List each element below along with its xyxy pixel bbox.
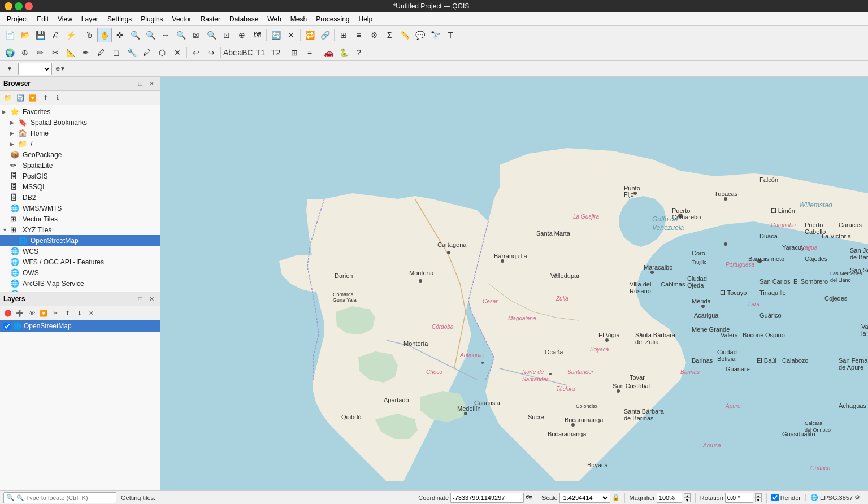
layer-checkbox[interactable] [3, 323, 11, 330]
browser-item-4[interactable]: 📦GeoPackage [0, 149, 160, 160]
select-features-button[interactable]: ▼ [2, 62, 17, 76]
browser-item-5[interactable]: ✏SpatiaLite [0, 160, 160, 171]
settings-button[interactable]: ⚙ [367, 28, 381, 42]
maximize-button[interactable] [15, 2, 23, 10]
info-button[interactable]: ≡ [351, 28, 366, 42]
menu-item-settings[interactable]: Settings [103, 14, 136, 24]
zoom-in-button[interactable]: 🔍 [128, 28, 142, 42]
selection-action-button[interactable]: ⊕▼ [53, 62, 68, 76]
identify-button[interactable]: ⊞ [336, 28, 351, 42]
browser-item-10[interactable]: ⊞Vector Tiles [0, 214, 160, 224]
cancel-render-button[interactable]: ✕ [284, 28, 298, 42]
refresh-button[interactable]: 🔄 [268, 28, 283, 42]
layer-delete-button[interactable]: ✕ [85, 307, 97, 319]
browser-item-14[interactable]: 🌐WFS / OGC API - Features [0, 257, 160, 267]
browser-item-11[interactable]: ▼⊞XYZ Tiles [0, 224, 160, 235]
browser-collapse-button[interactable]: ⬆ [40, 92, 51, 103]
rotate-button[interactable]: ◻ [109, 45, 124, 60]
browser-add-button[interactable]: 📁 [2, 92, 14, 103]
browser-item-6[interactable]: 🗄PostGIS [0, 171, 160, 181]
menu-item-layer[interactable]: Layer [77, 14, 103, 24]
browser-dock-button[interactable]: □ [135, 79, 145, 89]
menu-item-raster[interactable]: Raster [196, 14, 225, 24]
locate-search[interactable]: 🔍 [3, 492, 116, 503]
zoom-out-button[interactable]: 🔍 [143, 28, 158, 42]
browser-item-0[interactable]: ▶⭐Favorites [0, 106, 160, 117]
diagram-button[interactable]: ⊞ [287, 45, 302, 60]
label2-button[interactable]: aBC [238, 45, 253, 60]
minimize-button[interactable] [5, 2, 12, 10]
browser-item-17[interactable]: 🌐ArcGIS Feature Service [0, 289, 160, 292]
menu-item-vector[interactable]: Vector [168, 14, 196, 24]
menu-item-project[interactable]: Project [2, 14, 32, 24]
revert-button[interactable]: ⚡ [63, 28, 78, 42]
locate-input[interactable] [16, 494, 114, 501]
pan-map-button[interactable]: ✜ [112, 28, 127, 42]
layer-up-button[interactable]: ⬆ [62, 307, 73, 319]
render-checkbox[interactable] [771, 494, 779, 501]
new-project-button[interactable]: 📄 [2, 28, 17, 42]
zoom-rubber-button[interactable]: ↔ [158, 28, 173, 42]
digitize-button[interactable]: 🌍 [2, 45, 17, 60]
label1-button[interactable]: Abc [223, 45, 237, 60]
stats-button[interactable]: Σ [382, 28, 397, 42]
browser-item-15[interactable]: 🌐OWS [0, 267, 160, 278]
delete-button[interactable]: ✕ [170, 45, 185, 60]
layers-close-button[interactable]: ✕ [146, 294, 157, 304]
openstreetmap-button[interactable]: 🚗 [321, 45, 336, 60]
edit-button[interactable]: ✏ [33, 45, 47, 60]
layer-filter-button[interactable]: 🔽 [38, 307, 49, 319]
browser-item-9[interactable]: 🌐WMS/WMTS [0, 203, 160, 214]
pin-label-button[interactable]: T1 [253, 45, 268, 60]
selection-combo[interactable] [18, 63, 52, 75]
menu-item-web[interactable]: Web [263, 14, 285, 24]
undo-button[interactable]: ↩ [189, 45, 203, 60]
menu-item-edit[interactable]: Edit [32, 14, 53, 24]
save-project-button[interactable]: 💾 [33, 28, 47, 42]
zoom-full-button[interactable]: 🔍 [173, 28, 188, 42]
move-label-button[interactable]: T2 [268, 45, 283, 60]
help-button[interactable]: 🔭 [428, 28, 442, 42]
map-area[interactable]: Barranquilla Cartagena Santa Marta Monte… [160, 77, 868, 490]
magnifier-down[interactable]: ▼ [684, 498, 691, 502]
layer-remove-button[interactable]: ✂ [50, 307, 61, 319]
vertex-button[interactable]: 🖊 [94, 45, 108, 60]
zoom-last-button[interactable]: ⊕ [235, 28, 249, 42]
measure-button[interactable]: 📏 [397, 28, 412, 42]
show-tips-button[interactable]: 🔗 [318, 28, 332, 42]
browser-item-8[interactable]: 🗄DB2 [0, 192, 160, 203]
layer-down-button[interactable]: ⬇ [73, 307, 85, 319]
layer-open-button[interactable]: 🔴 [2, 307, 14, 319]
split-button[interactable]: 🖊 [140, 45, 154, 60]
redo-button[interactable]: ↪ [204, 45, 219, 60]
magnifier-input[interactable] [657, 493, 682, 503]
browser-item-13[interactable]: 🌐WCS [0, 246, 160, 257]
menu-item-plugins[interactable]: Plugins [136, 14, 167, 24]
browser-close-button[interactable]: ✕ [146, 79, 157, 89]
zoom-layer-button[interactable]: 🔍 [204, 28, 219, 42]
browser-item-7[interactable]: 🗄MSSQL [0, 181, 160, 192]
rotation-down[interactable]: ▼ [755, 498, 762, 502]
draw-button[interactable]: ✒ [79, 45, 93, 60]
python-button[interactable]: 🐍 [336, 45, 351, 60]
menu-item-database[interactable]: Database [225, 14, 263, 24]
menu-item-processing[interactable]: Processing [311, 14, 354, 24]
rotation-up[interactable]: ▲ [755, 493, 762, 498]
layers-dock-button[interactable]: □ [135, 294, 145, 304]
zoom-selection-button[interactable]: ⊠ [189, 28, 203, 42]
browser-item-1[interactable]: ▶🔖Spatial Bookmarks [0, 117, 160, 128]
magnifier-up[interactable]: ▲ [684, 493, 691, 498]
browser-item-12[interactable]: 🌐OpenStreetMap [0, 235, 160, 246]
layer-add-button[interactable]: ➕ [14, 307, 25, 319]
text-button[interactable]: T [443, 28, 458, 42]
spatial-bookmark-button[interactable]: 🔁 [302, 28, 317, 42]
select-tool-button[interactable]: 🖱 [82, 28, 97, 42]
browser-filter-button[interactable]: 🔽 [27, 92, 38, 103]
browser-item-3[interactable]: ▶📁/ [0, 138, 160, 149]
open-project-button[interactable]: 📂 [18, 28, 32, 42]
cut-button[interactable]: ✂ [48, 45, 63, 60]
epsg-section[interactable]: 🌐 EPSG:3857 ⚙ [810, 494, 865, 501]
rotation-input[interactable] [725, 493, 753, 503]
browser-help-button[interactable]: ℹ [52, 92, 63, 103]
menu-item-mesh[interactable]: Mesh [286, 14, 311, 24]
